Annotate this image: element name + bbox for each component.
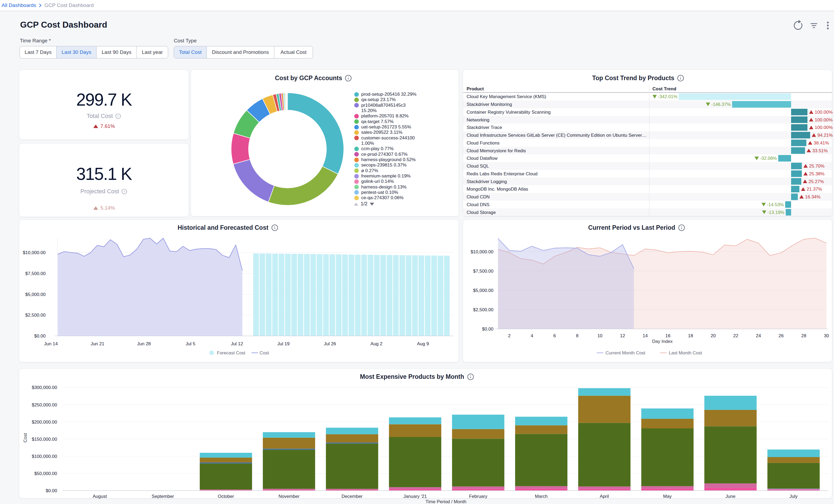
svg-text:Jul 26: Jul 26 <box>324 341 336 346</box>
svg-text:Cloud Functions: Cloud Functions <box>467 140 500 146</box>
svg-text:6: 6 <box>553 333 556 338</box>
svg-text:8: 8 <box>576 333 578 338</box>
svg-text:$250,000.00: $250,000.00 <box>31 402 57 408</box>
svg-text:Jun 28: Jun 28 <box>137 341 151 346</box>
svg-text:Jul 19: Jul 19 <box>277 341 289 346</box>
svg-text:July: July <box>789 494 798 499</box>
svg-text:$2,500.00: $2,500.00 <box>473 307 493 312</box>
svg-text:100.00%: 100.00% <box>815 110 833 115</box>
svg-text:21.37%: 21.37% <box>807 187 822 192</box>
svg-text:14: 14 <box>643 333 648 338</box>
svg-text:-14.53%: -14.53% <box>767 202 784 207</box>
svg-text:100.00%: 100.00% <box>815 117 833 123</box>
svg-text:$10,000.00: $10,000.00 <box>470 249 493 255</box>
svg-text:August: August <box>93 494 107 499</box>
svg-text:November: November <box>278 494 300 499</box>
svg-text:Jul 5: Jul 5 <box>185 341 195 346</box>
svg-text:-13.19%: -13.19% <box>768 210 784 215</box>
svg-text:June: June <box>726 494 736 499</box>
svg-text:Day Index: Day Index <box>652 339 673 344</box>
svg-text:$5,000.00: $5,000.00 <box>473 288 493 293</box>
svg-text:March: March <box>535 494 548 499</box>
svg-text:Redis Labs Redis Enterprise Cl: Redis Labs Redis Enterprise Cloud <box>467 171 538 176</box>
svg-text:Stackdriver Monitoring: Stackdriver Monitoring <box>467 102 512 107</box>
svg-text:Cloud Key Management Service (: Cloud Key Management Service (KMS) <box>467 94 546 99</box>
svg-text:May: May <box>663 494 672 499</box>
svg-text:24: 24 <box>756 333 761 338</box>
svg-text:100.00%: 100.00% <box>815 125 833 130</box>
svg-text:Cost: Cost <box>260 350 269 355</box>
svg-text:-342.01%: -342.01% <box>658 94 677 99</box>
svg-text:Cloud Storage: Cloud Storage <box>467 210 496 215</box>
svg-text:$0.00: $0.00 <box>482 327 493 332</box>
svg-text:$150,000.00: $150,000.00 <box>31 437 57 442</box>
svg-text:28: 28 <box>801 333 806 338</box>
svg-text:94.21%: 94.21% <box>817 133 833 138</box>
svg-text:Cloud Memorystore for Redis: Cloud Memorystore for Redis <box>467 148 526 153</box>
svg-text:38.41%: 38.41% <box>814 140 829 146</box>
svg-text:25.38%: 25.38% <box>809 171 825 176</box>
svg-text:January '21: January '21 <box>403 494 427 499</box>
svg-text:2: 2 <box>508 333 510 338</box>
svg-text:22: 22 <box>733 333 738 338</box>
svg-text:Cost Trend: Cost Trend <box>653 86 676 91</box>
svg-text:Cloud Infrastructure Services: Cloud Infrastructure Services GitLab Ser… <box>467 133 646 138</box>
svg-text:Current Month Cost: Current Month Cost <box>606 350 645 355</box>
svg-text:18: 18 <box>688 333 693 338</box>
svg-text:$7,500.00: $7,500.00 <box>25 271 46 276</box>
svg-text:April: April <box>600 494 609 499</box>
svg-text:25.27%: 25.27% <box>809 179 824 184</box>
svg-text:$10,000.00: $10,000.00 <box>23 250 46 255</box>
svg-text:$5,000.00: $5,000.00 <box>25 292 46 297</box>
svg-text:4: 4 <box>531 333 533 338</box>
svg-text:Cost: Cost <box>23 433 28 442</box>
svg-text:December: December <box>342 494 363 499</box>
svg-text:-32.06%: -32.06% <box>760 156 777 161</box>
svg-text:Aug 2: Aug 2 <box>371 341 382 346</box>
svg-text:Jun 14: Jun 14 <box>44 341 58 346</box>
svg-text:Container Registry Vulnerabili: Container Registry Vulnerability Scannin… <box>467 110 551 115</box>
svg-text:$0.00: $0.00 <box>34 333 46 338</box>
svg-text:-146.37%: -146.37% <box>711 102 731 107</box>
svg-text:Cloud Dataflow: Cloud Dataflow <box>467 156 498 161</box>
svg-text:$300,000.00: $300,000.00 <box>31 385 57 390</box>
svg-text:$200,000.00: $200,000.00 <box>31 420 57 425</box>
svg-text:Forecast Cost: Forecast Cost <box>217 350 245 355</box>
svg-text:October: October <box>218 494 234 499</box>
svg-text:February: February <box>469 494 487 499</box>
svg-text:10: 10 <box>597 333 602 338</box>
svg-text:Product: Product <box>467 86 484 91</box>
svg-text:Last Month Cost: Last Month Cost <box>669 350 702 355</box>
svg-text:16.34%: 16.34% <box>805 194 820 199</box>
svg-text:20: 20 <box>711 333 716 338</box>
svg-text:MongoDB Inc. MongoDB Atlas: MongoDB Inc. MongoDB Atlas <box>467 187 528 192</box>
svg-text:Networking: Networking <box>467 117 489 123</box>
svg-text:Cloud CDN: Cloud CDN <box>467 194 490 199</box>
svg-text:33.51%: 33.51% <box>812 148 828 153</box>
svg-text:Jun 21: Jun 21 <box>91 341 104 346</box>
svg-text:Jul 12: Jul 12 <box>231 341 243 346</box>
svg-text:Stackdriver Trace: Stackdriver Trace <box>467 125 502 130</box>
svg-text:Cloud DNS: Cloud DNS <box>467 202 489 207</box>
svg-text:26: 26 <box>778 333 784 338</box>
svg-text:30: 30 <box>824 333 829 338</box>
svg-text:$7,500.00: $7,500.00 <box>473 269 493 274</box>
svg-text:$0.00: $0.00 <box>46 488 57 493</box>
svg-text:16: 16 <box>665 333 671 338</box>
svg-text:Stackdriver Logging: Stackdriver Logging <box>467 179 507 184</box>
svg-text:$50,000.00: $50,000.00 <box>34 471 57 476</box>
svg-text:25.70%: 25.70% <box>809 163 825 169</box>
svg-text:Aug 9: Aug 9 <box>417 341 429 346</box>
svg-text:September: September <box>152 494 174 499</box>
svg-text:$100,000.00: $100,000.00 <box>31 454 57 459</box>
svg-text:12: 12 <box>620 333 625 338</box>
svg-text:Cloud SQL: Cloud SQL <box>467 163 489 169</box>
svg-text:$2,500.00: $2,500.00 <box>25 312 46 318</box>
